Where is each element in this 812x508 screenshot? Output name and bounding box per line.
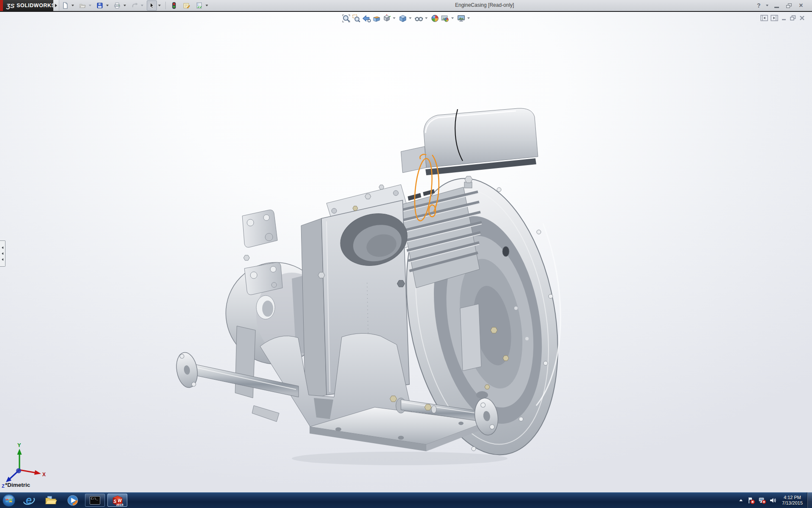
close-icon: × [799, 2, 803, 9]
taskbar-media-player[interactable] [62, 492, 84, 508]
zoom-to-area-icon [352, 14, 361, 23]
select-dropdown[interactable] [157, 0, 162, 11]
eyeglasses-icon [414, 14, 423, 23]
internet-explorer-icon: e [22, 494, 35, 507]
taskbar-clock[interactable]: 4:12 PM 7/13/2015 [779, 495, 807, 506]
save-button[interactable] [95, 0, 105, 11]
window-title: EngineCasing [Read-only] [455, 2, 514, 8]
taskbar-command-prompt[interactable]: C:\_ [85, 494, 105, 507]
new-document-dropdown[interactable] [70, 0, 75, 11]
interference-detection-button[interactable] [169, 0, 179, 11]
chevron-up-icon [739, 499, 743, 501]
minimize-icon [774, 7, 779, 8]
windows-logo-icon [2, 494, 16, 507]
help-button[interactable]: ? [754, 1, 763, 10]
menu-expand-button[interactable] [53, 0, 59, 11]
view-settings-dropdown[interactable] [466, 13, 471, 23]
top-cap[interactable] [401, 108, 538, 175]
taskbar-windows-explorer[interactable] [40, 492, 62, 508]
comment-button[interactable] [181, 0, 192, 11]
select-cursor-icon [148, 2, 155, 9]
taskbar-internet-explorer[interactable]: e [18, 492, 40, 508]
doc-minimize-button[interactable] [781, 15, 787, 21]
comment-note-icon [183, 2, 190, 9]
action-center-button[interactable] [746, 492, 757, 508]
select-button[interactable] [147, 0, 157, 11]
help-dropdown[interactable] [765, 1, 770, 10]
chevron-left-icon [2, 258, 3, 261]
section-view-button[interactable] [371, 13, 381, 23]
undo-dropdown[interactable] [140, 0, 144, 11]
hide-show-items-dropdown[interactable] [424, 13, 429, 23]
previous-view-button[interactable] [361, 13, 371, 23]
minimize-button[interactable] [771, 1, 782, 10]
open-document-dropdown[interactable] [88, 0, 92, 11]
zoom-to-fit-button[interactable] [341, 13, 351, 23]
restore-button[interactable] [783, 1, 794, 10]
solidworks-logo-mark: ƷS [6, 2, 14, 9]
undo-icon [131, 2, 138, 9]
design-checker-button[interactable] [194, 0, 204, 11]
collapse-left-pane-button[interactable] [760, 15, 768, 21]
apply-scene-dropdown[interactable] [450, 13, 455, 23]
doc-restore-button[interactable] [790, 15, 796, 21]
featuremanager-collapsed-tab[interactable] [0, 240, 5, 267]
save-dropdown[interactable] [105, 0, 110, 11]
close-button[interactable]: × [796, 1, 806, 10]
view-orientation-button[interactable] [381, 13, 392, 23]
svg-text:2015: 2015 [116, 502, 123, 506]
show-desktop-button[interactable] [807, 492, 812, 508]
speaker-icon [769, 496, 777, 505]
doc-close-button[interactable] [799, 15, 805, 21]
command-prompt-icon: C:\_ [90, 496, 100, 505]
open-document-button[interactable] [77, 0, 88, 11]
print-dropdown[interactable] [122, 0, 127, 11]
undo-button[interactable] [129, 0, 140, 11]
engine-casing-model[interactable] [0, 12, 812, 492]
hide-show-items-button[interactable] [414, 13, 424, 23]
print-button[interactable] [112, 0, 122, 11]
view-settings-button[interactable] [456, 13, 466, 23]
print-icon [114, 2, 121, 9]
interior-plate [460, 304, 481, 371]
view-orientation-icon [382, 14, 391, 23]
app-icon-strip [0, 0, 3, 11]
chevron-left-icon [2, 252, 3, 255]
titlebar: ƷS SOLIDWORKS [0, 0, 812, 11]
pane-right-icon [771, 15, 778, 21]
window-controls: ? × [754, 0, 806, 11]
display-style-button[interactable] [398, 13, 408, 23]
clock-date: 7/13/2015 [782, 500, 803, 506]
design-checker-dropdown[interactable] [204, 0, 209, 11]
chevron-left-icon [2, 246, 3, 249]
start-button[interactable] [0, 492, 18, 508]
tray-show-hidden-button[interactable] [736, 492, 746, 508]
action-center-flag-icon [747, 496, 755, 505]
network-status-button[interactable] [757, 492, 768, 508]
toolbar-separator [165, 2, 166, 9]
new-document-icon [62, 2, 69, 9]
edit-appearance-button[interactable] [430, 13, 440, 23]
solidworks-logo: ƷS SOLIDWORKS [3, 0, 53, 11]
doc-close-icon [799, 15, 805, 21]
view-orientation-label: *Dimetric [5, 482, 30, 488]
doc-minimize-icon [781, 15, 787, 21]
new-document-button[interactable] [60, 0, 70, 11]
zoom-to-fit-icon [342, 14, 351, 23]
triad-y-label: Y [17, 442, 21, 448]
taskbar-solidworks[interactable]: S W 2015 [107, 494, 127, 507]
menu-expand-icon [55, 4, 57, 7]
volume-button[interactable] [768, 492, 779, 508]
apply-scene-button[interactable] [440, 13, 450, 23]
pane-left-icon [760, 15, 768, 21]
collapse-right-pane-button[interactable] [771, 15, 778, 21]
left-gasket-flange-upper[interactable] [242, 210, 277, 248]
display-style-dropdown[interactable] [408, 13, 413, 23]
svg-text:W: W [118, 498, 122, 503]
graphics-area[interactable]: Y X Z *Dimetric [0, 12, 812, 492]
clock-time: 4:12 PM [782, 495, 803, 500]
view-orientation-dropdown[interactable] [392, 13, 397, 23]
zoom-to-area-button[interactable] [351, 13, 361, 23]
document-window-controls [760, 15, 805, 21]
taskbar: e C:\_ [0, 492, 812, 508]
